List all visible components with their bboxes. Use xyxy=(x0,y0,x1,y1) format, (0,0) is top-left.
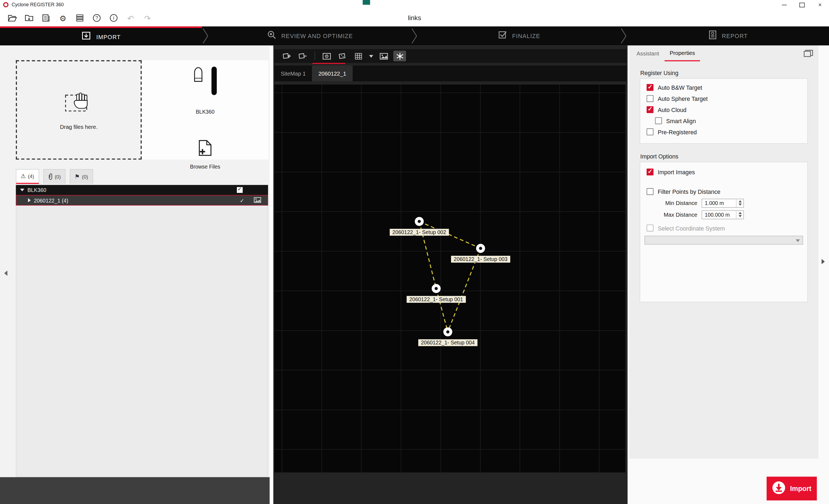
cloud-bundle-icon[interactable] xyxy=(336,51,349,62)
option-filter-points[interactable]: Filter Points by Distance xyxy=(640,186,807,197)
tab-assistant[interactable]: Assistant xyxy=(631,45,664,61)
tree-child-check-icon[interactable]: ✓ xyxy=(240,197,244,203)
layout-windows-icon[interactable] xyxy=(804,50,813,59)
option-auto-cloud[interactable]: Auto Cloud xyxy=(640,104,807,115)
coordinate-system-dropdown[interactable] xyxy=(645,236,803,245)
option-auto-sphere-target[interactable]: Auto Sphere Target xyxy=(640,93,807,104)
option-label: Auto Sphere Target xyxy=(658,95,708,102)
attachments-count: (0) xyxy=(55,174,61,180)
checkbox-icon[interactable] xyxy=(647,95,653,102)
setup-label[interactable]: 2060122_1- Setup 002 xyxy=(390,229,449,236)
option-pre-registered[interactable]: Pre-Registered xyxy=(640,126,807,138)
screen-marker xyxy=(363,0,370,5)
import-panel: Drag files here. BLK360 Browse Files ⚠ (… xyxy=(0,45,269,504)
grid-dropdown-icon[interactable] xyxy=(368,51,374,62)
checkbox-icon[interactable] xyxy=(647,84,653,91)
tab-properties[interactable]: Properties xyxy=(664,45,700,61)
checkbox-icon[interactable] xyxy=(647,225,653,231)
sitemap-canvas[interactable]: 2060122_1- Setup 0022060122_1- Setup 003… xyxy=(275,84,625,472)
setup-label[interactable]: 2060122_1- Setup 004 xyxy=(418,339,477,346)
paperclip-icon xyxy=(48,173,52,181)
expand-icon[interactable] xyxy=(28,198,31,202)
checkbox-icon[interactable] xyxy=(647,168,653,175)
drag-files-dropzone[interactable]: Drag files here. xyxy=(16,60,142,160)
max-distance-row: Max Distance 100.000 m xyxy=(640,209,807,221)
min-distance-input[interactable]: 1.000 m xyxy=(702,198,744,207)
browse-files-icon[interactable] xyxy=(198,140,212,158)
option-import-images[interactable]: Import Images xyxy=(640,166,807,178)
spinner-arrows-icon[interactable] xyxy=(736,199,743,207)
scenes-count: (0) xyxy=(82,174,88,180)
toolbar-separator xyxy=(315,52,315,60)
min-distance-row: Min Distance 1.000 m xyxy=(640,197,807,209)
panel-collapse-icon[interactable] xyxy=(4,270,8,276)
maximize-button[interactable] xyxy=(793,0,811,9)
stage-separator xyxy=(202,26,209,45)
tab-warnings[interactable]: ⚠ (4) xyxy=(16,169,39,184)
import-button-icon xyxy=(772,480,786,496)
option-select-coordinate-system[interactable]: Select Coordinate System xyxy=(640,222,807,234)
setup-node[interactable] xyxy=(415,217,424,226)
setup-node[interactable] xyxy=(432,284,441,293)
report-stage-icon xyxy=(709,30,717,42)
checkbox-icon[interactable] xyxy=(647,188,653,195)
right-collapse-strip xyxy=(818,45,829,504)
tree-root-label: BLK360 xyxy=(28,187,46,193)
tree-root-checkbox[interactable] xyxy=(237,187,243,193)
tab-2060122-1[interactable]: 2060122_1 xyxy=(312,66,353,81)
option-auto-bw-target[interactable]: Auto B&W Target xyxy=(640,82,807,93)
import-options-title: Import Options xyxy=(640,153,678,160)
checkbox-icon[interactable] xyxy=(647,128,653,135)
import-stage-icon xyxy=(81,31,92,43)
grid-icon[interactable] xyxy=(352,51,365,62)
panel-expand-icon[interactable] xyxy=(822,259,825,264)
blk360-device-photo[interactable] xyxy=(212,67,217,95)
option-label: Auto B&W Target xyxy=(658,84,702,90)
checkbox-icon[interactable] xyxy=(647,106,653,113)
browse-files-label[interactable]: Browse Files xyxy=(142,164,269,170)
max-distance-input[interactable]: 100.000 m xyxy=(702,210,744,219)
pano-image-icon[interactable] xyxy=(254,197,261,204)
max-distance-value: 100.000 m xyxy=(705,212,730,218)
spinner-arrows-icon[interactable] xyxy=(736,211,743,219)
minimize-button[interactable] xyxy=(775,0,793,9)
stage-review-and-optimize[interactable]: REVIEW AND OPTIMIZE xyxy=(209,26,411,45)
target-view-icon[interactable] xyxy=(320,51,333,62)
tree-child-label: 2060122_1 (4) xyxy=(34,197,68,203)
import-options-card: Import Images Filter Points by Distance … xyxy=(640,162,808,302)
stage-import[interactable]: IMPORT xyxy=(0,26,202,45)
setup-label[interactable]: 2060122_1- Setup 003 xyxy=(451,256,510,263)
tree-child-row[interactable]: 2060122_1 (4) ✓ xyxy=(16,195,268,205)
option-smart-align[interactable]: Smart Align xyxy=(640,115,807,126)
import-button[interactable]: Import xyxy=(767,476,817,500)
setup-label[interactable]: 2060122_1- Setup 001 xyxy=(407,296,466,303)
tab-scenes[interactable]: ⚑ (0) xyxy=(70,169,93,184)
collapse-icon[interactable] xyxy=(20,189,25,191)
remove-setup-icon[interactable] xyxy=(297,51,310,62)
stage-report-label: REPORT xyxy=(722,33,748,39)
drag-files-label: Drag files here. xyxy=(60,124,97,130)
setup-node[interactable] xyxy=(443,327,452,336)
setup-node[interactable] xyxy=(476,244,485,253)
stage-report[interactable]: REPORT xyxy=(627,26,829,45)
stage-separator xyxy=(411,26,418,45)
links-tool-icon[interactable] xyxy=(393,51,406,62)
checkbox-icon[interactable] xyxy=(655,117,662,124)
stage-finalize[interactable]: FINALIZE xyxy=(418,26,620,45)
close-icon: × xyxy=(818,2,822,8)
warnings-count: (4) xyxy=(28,173,34,179)
close-button[interactable]: × xyxy=(811,0,829,9)
tab-attachments[interactable]: (0) xyxy=(43,169,66,184)
add-setup-icon[interactable] xyxy=(281,51,293,62)
tab-sitemap-1[interactable]: SiteMap 1 xyxy=(275,66,312,81)
flag-icon: ⚑ xyxy=(75,174,80,180)
pano-image-tool-icon[interactable] xyxy=(377,51,390,62)
option-label: Filter Points by Distance xyxy=(658,188,720,195)
min-distance-label: Min Distance xyxy=(640,200,697,206)
menubar: ⚙ ? i ↶ ↷ links xyxy=(0,9,829,26)
blk360-device-icon[interactable] xyxy=(192,67,204,84)
stage-separator xyxy=(620,26,627,45)
warning-icon: ⚠ xyxy=(21,173,26,179)
tree-root-row[interactable]: BLK360 xyxy=(16,185,268,195)
links-layer xyxy=(275,84,625,472)
